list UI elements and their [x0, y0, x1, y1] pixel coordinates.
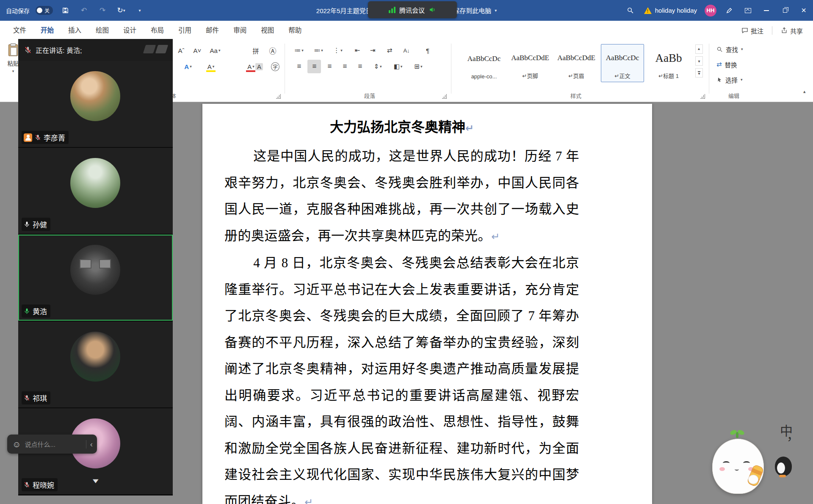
tab-review[interactable]: 审阅: [226, 21, 254, 40]
participant-name: 祁琪: [33, 393, 47, 403]
tab-file[interactable]: 文件: [6, 21, 33, 40]
autosave-toggle[interactable]: 关: [36, 6, 53, 15]
chat-collapse-icon[interactable]: ‹: [90, 440, 93, 449]
shrink-font-button[interactable]: A˅: [191, 44, 204, 57]
participant-tile[interactable]: 祁琪: [18, 321, 173, 408]
dropdown-arrow-icon: ▾: [301, 48, 304, 53]
select-label: 选择: [725, 75, 738, 84]
style-card-normal[interactable]: AaBbCcDc ↵正文: [601, 44, 644, 82]
participant-name-row: 李彦菁: [22, 131, 69, 144]
share-button[interactable]: 共享: [777, 26, 807, 35]
document-paragraph: 这是中国人民的成功，这是世界人民的成功！历经 7 年艰辛努力，北京冬奥会、冬残奥…: [224, 143, 579, 250]
grow-font-button[interactable]: Aˆ: [174, 44, 188, 57]
bullets-button[interactable]: ≔▾: [292, 44, 306, 57]
highlight-icon: A: [207, 63, 212, 70]
quick-access-toolbar: 自动保存 关 ↶ ↷ ↻▾ ▾: [6, 0, 146, 21]
comments-button[interactable]: 批注: [737, 26, 768, 35]
meeting-panel: 正在讲话: 黄浩; 李彦菁 孙健 黄浩: [18, 39, 173, 496]
styles-dialog-launcher[interactable]: [700, 94, 705, 99]
style-gallery-more-button[interactable]: ▾: [695, 68, 703, 78]
account-avatar[interactable]: HH: [705, 5, 716, 17]
chevron-down-icon: ▾: [93, 476, 99, 485]
font-dialog-launcher[interactable]: [276, 94, 281, 99]
document-page[interactable]: 大力弘扬北京冬奥精神↵ 这是中国人民的成功，这是世界人民的成功！历经 7 年艰辛…: [202, 104, 652, 504]
panel-expand-button[interactable]: ▾: [83, 475, 108, 486]
sort-button[interactable]: A↓: [400, 44, 413, 57]
redo-button[interactable]: ↷: [96, 4, 109, 17]
text-effects-button[interactable]: A▾: [181, 60, 195, 73]
meeting-floating-bar[interactable]: 腾讯会议: [368, 1, 457, 18]
autosave-label: 自动保存: [6, 6, 30, 15]
select-button[interactable]: 选择 ▾: [716, 73, 743, 86]
save-button[interactable]: [59, 4, 72, 17]
increase-indent-button[interactable]: ⇥: [366, 44, 379, 57]
tab-references[interactable]: 引用: [171, 21, 199, 40]
restore-icon: [783, 8, 787, 13]
collapse-ribbon-button[interactable]: ▾: [798, 85, 811, 99]
shading-icon: ◧: [394, 63, 400, 70]
enclose-characters-button[interactable]: 字: [268, 60, 282, 73]
participant-name: 程晓婉: [33, 479, 54, 490]
undo-button[interactable]: ↶: [77, 4, 90, 17]
search-button[interactable]: [621, 0, 640, 21]
participant-tile-active-speaker[interactable]: 黄浩: [18, 235, 173, 321]
style-card-apple[interactable]: AaBbCcDc apple-co...: [462, 44, 506, 82]
tab-help[interactable]: 帮助: [281, 21, 309, 40]
character-border-button[interactable]: Ⓐ: [266, 44, 279, 57]
style-gallery-up-button[interactable]: ▾: [695, 44, 703, 54]
find-button[interactable]: 查找 ▾: [716, 43, 743, 55]
line-spacing-button[interactable]: ⇕▾: [371, 60, 384, 73]
distribute-button[interactable]: ≡: [353, 60, 367, 73]
highlight-color-button[interactable]: A▾: [204, 60, 218, 73]
justify-button[interactable]: ≡: [338, 60, 351, 73]
tab-insert[interactable]: 插入: [61, 21, 88, 40]
multilevel-list-button[interactable]: ⋮▾: [331, 44, 345, 57]
borders-button[interactable]: ⊞▾: [412, 60, 425, 73]
notification-button[interactable]: ! holiday holiday: [640, 0, 701, 21]
style-card-heading1[interactable]: AaBb ↵标题 1: [647, 44, 690, 82]
screen: 自动保存 关 ↶ ↷ ↻▾ ▾ 2022年5月主题党日活动学习内容 - 兼容模式…: [0, 0, 813, 504]
tab-draw[interactable]: 绘图: [88, 21, 116, 40]
numbering-button[interactable]: ≕▾: [312, 44, 325, 57]
participant-tile[interactable]: 李彦菁: [18, 61, 173, 148]
paragraph-dialog-launcher[interactable]: [442, 94, 447, 99]
chevron-up-icon: ▾: [698, 47, 700, 52]
mic-muted-icon: [24, 46, 32, 54]
character-shading-icon: A: [255, 63, 263, 70]
replace-button[interactable]: ⇄ 替换: [716, 58, 737, 71]
ribbon-display-options-button[interactable]: [738, 0, 757, 21]
dropdown-arrow-icon: ▾: [420, 64, 423, 69]
quick-tool-button[interactable]: ↻▾: [115, 4, 127, 17]
style-card-header[interactable]: AaBbCcDdE ↵页眉: [555, 44, 598, 82]
participant-tile[interactable]: 孙健: [18, 148, 173, 235]
restore-button[interactable]: [776, 0, 794, 21]
paste-label: 粘贴: [8, 59, 19, 67]
chat-quick-input[interactable]: ☺ 说点什么... ‹: [7, 435, 97, 454]
tab-mailings[interactable]: 邮件: [199, 21, 226, 40]
tab-design[interactable]: 设计: [116, 21, 144, 40]
align-left-button[interactable]: ≡: [292, 60, 306, 73]
avatar: [70, 332, 120, 382]
style-gallery-down-button[interactable]: ▾: [695, 56, 703, 66]
dropdown-arrow-icon: ▾: [380, 64, 382, 69]
style-gallery-arrows: ▾ ▾ ▾: [695, 44, 703, 78]
dropdown-arrow-icon: ▾: [321, 48, 323, 53]
decrease-indent-button[interactable]: ⇤: [351, 44, 364, 57]
change-case-button[interactable]: Aa▾: [208, 44, 222, 57]
show-marks-button[interactable]: ¶: [421, 44, 434, 57]
customize-qat-button[interactable]: ▾: [133, 4, 146, 17]
phonetic-guide-button[interactable]: 拼: [249, 44, 263, 57]
tab-layout[interactable]: 布局: [144, 21, 171, 40]
asian-layout-button[interactable]: ⇄: [383, 44, 396, 57]
close-button[interactable]: ×: [794, 0, 813, 21]
paragraph-mark: ↵: [491, 231, 500, 243]
character-shading-button[interactable]: A: [252, 60, 266, 73]
align-right-button[interactable]: ≡: [323, 60, 336, 73]
shading-button[interactable]: ◧▾: [391, 60, 405, 73]
align-center-button[interactable]: ≡: [307, 60, 321, 73]
style-card-footer[interactable]: AaBbCcDdE ↵页脚: [509, 44, 552, 82]
tab-home[interactable]: 开始: [33, 21, 61, 40]
tab-view[interactable]: 视图: [254, 21, 281, 40]
inking-button[interactable]: [720, 0, 738, 21]
minimize-button[interactable]: [757, 0, 776, 21]
